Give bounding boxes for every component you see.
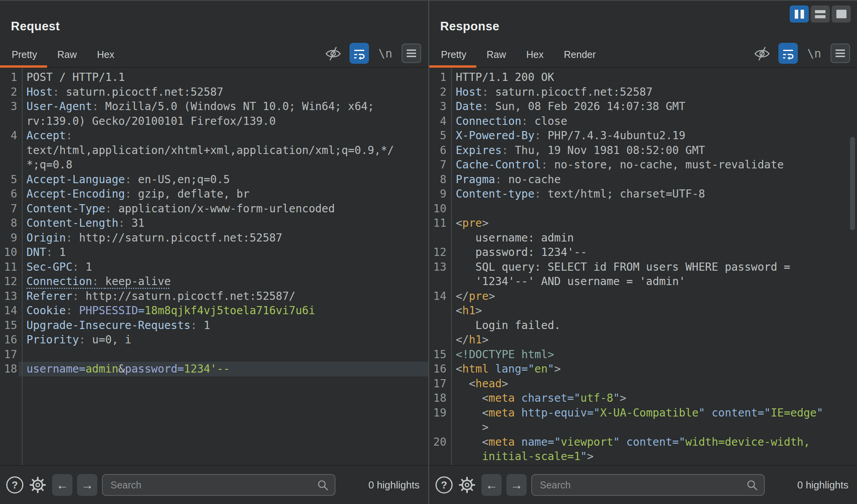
response-search-bar: ? ← → [429,465,857,504]
search-settings-gear-icon[interactable] [28,475,47,495]
response-search-field [531,474,765,496]
code-row: 2Host: saturn.picoctf.net:52587 [429,85,857,100]
code-row: > [429,420,857,435]
code-row: 13Referer: http://saturn.picoctf.net:525… [0,289,428,304]
code-row: 9Content-type: text/html; charset=UTF-8 [429,187,857,201]
code-row: Login failed. [429,318,857,333]
layout-switcher [790,5,851,23]
search-settings-gear-icon[interactable] [457,475,477,495]
request-tab-hex[interactable]: Hex [87,42,124,67]
editor-menu-button[interactable] [831,44,850,63]
editor-menu-button[interactable] [402,44,421,63]
show-newlines-icon[interactable]: \n [805,44,824,63]
request-header: Request Pretty Raw Hex \n [0,1,428,68]
code-row: </h1> [429,332,857,347]
request-search-bar: ? ← → [0,465,428,504]
hide-nonprinting-icon[interactable] [753,44,771,63]
request-gutter-separator [22,68,23,465]
response-tab-raw[interactable]: Raw [476,42,516,67]
request-panel: Request Pretty Raw Hex \n [0,1,428,504]
response-tab-pretty[interactable]: Pretty [429,42,476,67]
response-tab-hex[interactable]: Hex [516,42,553,67]
code-row: '1234'--' AND username = 'admin' [429,274,857,289]
code-row: 10DNT: 1 [0,245,428,260]
code-row: 15Upgrade-Insecure-Requests: 1 [0,318,428,333]
code-row: 5X-Powered-By: PHP/7.4.3-4ubuntu2.19 [429,128,857,143]
code-row: 14</pre> [429,289,857,304]
search-previous-button[interactable]: ← [481,474,502,496]
response-editor[interactable]: 1HTTP/1.1 200 OK2Host: saturn.picoctf.ne… [429,68,857,465]
code-row: 18 <meta charset="utf-8"> [429,391,857,406]
search-icon [317,479,329,493]
code-row: 14Cookie: PHPSESSID=18m8qjkf4vj5toela716… [0,303,428,318]
code-row: 18username=admin&password=1234'-- [0,362,428,376]
word-wrap-toggle-button[interactable] [349,43,369,64]
code-row: 8Pragma: no-cache [429,172,857,187]
code-row: initial-scale=1"> [429,449,857,464]
code-row: text/html,application/xhtml+xml,applicat… [0,143,428,158]
request-editor-toolbar: \n [324,43,421,64]
code-row: 12 password: 1234'-- [429,245,857,260]
request-tab-pretty[interactable]: Pretty [0,42,47,67]
code-row: 4Connection: close [429,114,857,129]
help-icon[interactable]: ? [436,476,453,494]
search-previous-button[interactable]: ← [52,474,72,496]
request-tabs: Pretty Raw Hex \n [0,42,428,68]
search-next-button[interactable]: → [77,474,97,496]
search-next-button[interactable]: → [506,474,527,496]
show-newlines-icon[interactable]: \n [376,44,395,63]
code-row: 16<html lang="en"> [429,362,857,376]
response-header: Response Pretty Raw Hex Render \n [429,1,857,68]
request-search-input[interactable] [103,480,335,491]
code-row: 8Content-Length: 31 [0,216,428,231]
response-highlights-count: 0 highlights [797,479,848,491]
code-row: <h1> [429,303,857,318]
code-row: *;q=0.8 [0,158,428,172]
code-row: 3User-Agent: Mozilla/5.0 (Windows NT 10.… [0,99,428,114]
code-row: 1HTTP/1.1 200 OK [429,70,857,85]
code-row: 17 [0,347,428,362]
code-row: 5Accept-Language: en-US,en;q=0.5 [0,172,428,187]
single-pane-layout-button[interactable] [832,5,851,23]
code-row: 2Host: saturn.picoctf.net:52587 [0,85,428,100]
code-row: 11Sec-GPC: 1 [0,260,428,275]
search-icon [746,479,759,493]
code-row: username: admin [429,231,857,245]
code-row: 15<!DOCTYPE html> [429,347,857,362]
code-row: 3Date: Sun, 08 Feb 2026 14:07:38 GMT [429,99,857,114]
response-search-input[interactable] [532,480,764,491]
code-row: 6Expires: Thu, 19 Nov 1981 08:52:00 GMT [429,143,857,158]
response-tab-render[interactable]: Render [554,42,606,67]
request-tab-raw[interactable]: Raw [47,42,87,67]
word-wrap-toggle-button[interactable] [778,43,798,64]
request-search-field [102,474,335,496]
response-editor-toolbar: \n [753,43,850,64]
code-row: 7Content-Type: application/x-www-form-ur… [0,201,428,216]
code-row: 6Accept-Encoding: gzip, deflate, br [0,187,428,201]
code-row: 12Connection: keep-alive [0,274,428,289]
columns-layout-button[interactable] [790,5,809,23]
response-gutter-separator [451,68,452,465]
response-panel: Response Pretty Raw Hex Render \n [429,1,857,504]
code-row: 9Origin: http://saturn.picoctf.net:52587 [0,231,428,245]
response-title: Response [440,19,499,33]
code-row: 13 SQL query: SELECT id FROM users WHERE… [429,260,857,275]
code-row: 19 <meta http-equiv="X-UA-Compatible" co… [429,406,857,420]
code-row: 7Cache-Control: no-store, no-cache, must… [429,158,857,172]
code-row: 16Priority: u=0, i [0,332,428,347]
code-row: 10 [429,201,857,216]
response-tabs: Pretty Raw Hex Render \n [429,42,857,68]
code-row: 1POST / HTTP/1.1 [0,70,428,85]
hide-nonprinting-icon[interactable] [324,44,342,63]
request-editor[interactable]: 1POST / HTTP/1.12Host: saturn.picoctf.ne… [0,68,428,465]
code-row: 11<pre> [429,216,857,231]
code-row: 17 <head> [429,376,857,391]
request-highlights-count: 0 highlights [368,479,420,491]
response-scrollbar-thumb[interactable] [850,137,855,230]
code-row: 20 <meta name="viewport" content="width=… [429,435,857,450]
burp-repeater-window: Request Pretty Raw Hex \n [0,0,857,504]
help-icon[interactable]: ? [6,476,23,494]
code-row: rv:139.0) Gecko/20100101 Firefox/139.0 [0,114,428,129]
rows-layout-button[interactable] [811,5,830,23]
code-row: 4Accept: [0,128,428,143]
